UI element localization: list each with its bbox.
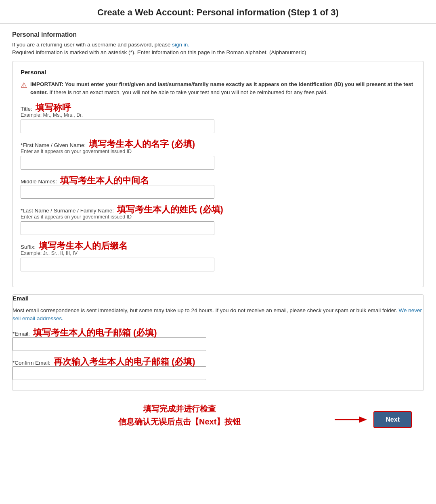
confirm-email-group: *Confirm Email: 再次输入考生本人的电子邮箱 (必填) [13,357,423,380]
confirm-email-label: *Confirm Email: [13,360,50,366]
first-name-annotation: 填写考生本人的名字 (必填) [89,140,195,149]
confirm-email-input[interactable] [13,366,206,380]
first-name-sublabel: Enter as it appears on your government i… [21,149,415,154]
personal-card: Personal ⚠ IMPORTANT: You must enter you… [12,61,424,287]
middle-name-group: Middle Names: 填写考生本人的中间名 [21,176,415,199]
page-header: Create a Web Account: Personal informati… [0,0,436,24]
title-label: Title: [21,106,32,112]
suffix-group: Suffix: 填写考生本人的后缀名 Example: Jr., Sr., II… [21,242,415,271]
middle-name-input[interactable] [21,185,214,199]
instruction-line2: 信息确认无误后点击【Next】按钮 [24,415,335,428]
title-input[interactable] [21,120,214,133]
page-title: Create a Web Account: Personal informati… [8,7,428,18]
middle-name-annotation: 填写考生本人的中间名 [60,176,149,185]
email-desc: Most email correspondence is sent immedi… [13,307,423,323]
last-name-sublabel: Enter as it appears on your government i… [21,214,415,220]
first-name-label: *First Name / Given Name: [21,142,86,148]
last-name-annotation: 填写考生本人的姓氏 (必填) [117,205,223,214]
middle-name-label: Middle Names: [21,178,57,185]
suffix-annotation: 填写考生本人的后缀名 [39,242,128,250]
personal-card-title: Personal [21,69,415,76]
last-name-group: *Last Name / Surname / Family Name: 填写考生… [21,205,415,235]
first-name-group: *First Name / Given Name: 填写考生本人的名字 (必填)… [21,140,415,170]
suffix-label: Suffix: [21,244,36,250]
last-name-label: *Last Name / Surname / Family Name: [21,208,114,214]
email-section-title: Email [13,295,423,302]
page-content: Personal information If you are a return… [0,24,436,443]
confirm-email-annotation: 再次输入考生本人的电子邮箱 (必填) [54,357,195,366]
title-sublabel: Example: Mr., Ms., Mrs., Dr. [21,112,415,118]
title-annotation: 填写称呼 [36,103,71,112]
returning-user-text: If you are a returning user with a usern… [12,42,424,48]
last-name-input[interactable] [21,221,214,235]
instruction-line1: 填写完成并进行检查 [24,402,335,415]
svg-marker-1 [359,416,367,423]
arrow-icon [335,412,367,428]
email-label: *Email: [13,331,30,337]
bottom-section: 填写完成并进行检查 信息确认无误后点击【Next】按钮 Next [12,398,424,436]
title-group: Title: 填写称呼 Example: Mr., Ms., Mrs., Dr. [21,103,415,133]
important-text: IMPORTANT: You must enter your first/giv… [30,80,415,97]
warning-icon: ⚠ [21,81,27,90]
suffix-sublabel: Example: Jr., Sr., II, III, IV [21,250,415,256]
email-input[interactable] [13,337,206,351]
bottom-instruction-block: 填写完成并进行检查 信息确认无误后点击【Next】按钮 [24,402,335,428]
important-notice: ⚠ IMPORTANT: You must enter your first/g… [21,80,415,97]
arrow-and-button: Next [335,411,412,428]
required-info-text: Required information is marked with an a… [12,49,424,55]
email-group: *Email: 填写考生本人的电子邮箱 (必填) [13,328,423,351]
email-card: Email Most email correspondence is sent … [12,294,424,391]
first-name-input[interactable] [21,156,214,170]
next-button[interactable]: Next [373,411,412,428]
suffix-input[interactable] [21,258,214,271]
sign-in-link[interactable]: sign in. [172,42,189,48]
email-annotation: 填写考生本人的电子邮箱 (必填) [33,328,157,337]
personal-info-section-title: Personal information [12,31,424,38]
